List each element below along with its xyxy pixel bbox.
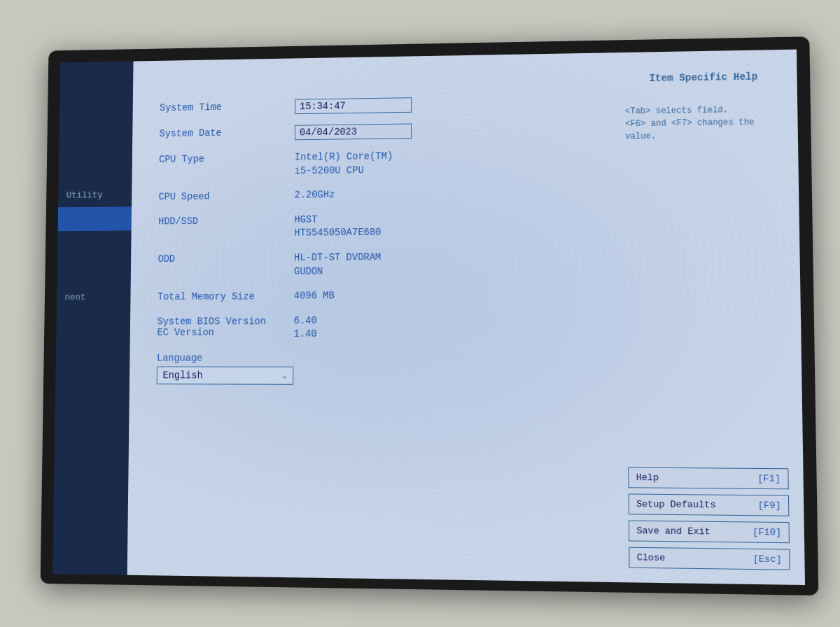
bios-screen: Utility nent Item Specific Help <Tab> se… [52,50,805,585]
monitor: Utility nent Item Specific Help <Tab> se… [41,36,819,596]
hdd-value: HGSTHTS545050A7E680 [294,213,381,241]
system-time-label: System Time [160,99,295,113]
setup-defaults-key: [F9] [758,500,781,511]
setup-defaults-button[interactable]: Setup Defaults [F9] [629,493,790,516]
cpu-type-label: CPU Type [159,151,295,165]
bottom-buttons: Help [F1] Setup Defaults [F9] Save and E… [628,467,790,570]
close-button-label: Close [637,552,666,563]
help-title: Item Specific Help [624,71,783,85]
system-date-label: System Date [159,125,295,139]
help-button-key: [F1] [757,473,780,484]
save-exit-key: [F10] [752,527,781,538]
setup-defaults-label: Setup Defaults [636,499,716,511]
chevron-down-icon: ⌄ [282,370,287,381]
odd-label: ODD [158,251,295,265]
help-panel: Item Specific Help <Tab> selects field. … [624,71,783,143]
sidebar-item-ment[interactable]: nent [57,286,131,310]
language-dropdown[interactable]: English ⌄ [157,366,294,384]
close-button[interactable]: Close [Esc] [629,547,790,570]
cpu-type-row: CPU Type Intel(R) Core(TM)i5-5200U CPU [159,146,777,180]
help-button[interactable]: Help [F1] [628,467,789,490]
total-memory-label: Total Memory Size [158,290,294,302]
language-selected-value: English [162,369,202,381]
total-memory-row: Total Memory Size 4096 MB [158,288,778,303]
hdd-label: HDD/SSD [158,213,294,227]
save-exit-label: Save and Exit [636,526,710,537]
help-button-label: Help [636,472,659,484]
bios-sidebar: Utility nent [52,62,133,575]
system-time-input[interactable] [295,97,412,114]
language-section: Language English ⌄ [157,353,780,386]
odd-value: HL-DT-ST DVDRAMGUDON [294,251,381,279]
bios-content: Utility nent Item Specific Help <Tab> se… [52,50,805,585]
system-date-input-wrapper [295,123,412,140]
bios-version-label: System BIOS Version EC Version [157,314,293,338]
bios-version-row: System BIOS Version EC Version 6.40 1.40 [157,314,779,341]
system-time-input-wrapper [295,97,412,114]
cpu-speed-row: CPU Speed 2.20GHz [158,184,777,204]
sidebar-item-utility[interactable]: Utility [58,183,132,207]
bios-version-value: 6.40 1.40 [293,314,316,341]
sidebar-item-active[interactable] [58,206,132,231]
hdd-row: HDD/SSD HGSTHTS545050A7E680 [158,209,778,241]
help-text: <Tab> selects field. <F6> and <F7> chang… [625,103,783,143]
bios-main-area: Item Specific Help <Tab> selects field. … [127,50,805,585]
odd-row: ODD HL-DT-ST DVDRAMGUDON [158,248,778,279]
close-button-key: [Esc] [753,554,782,565]
system-date-input[interactable] [295,123,412,140]
total-memory-value: 4096 MB [294,290,335,304]
cpu-speed-label: CPU Speed [159,189,295,202]
cpu-speed-value: 2.20GHz [295,188,335,202]
save-exit-button[interactable]: Save and Exit [F10] [629,521,790,544]
language-label: Language [157,353,780,365]
cpu-type-value: Intel(R) Core(TM)i5-5200U CPU [295,150,393,178]
